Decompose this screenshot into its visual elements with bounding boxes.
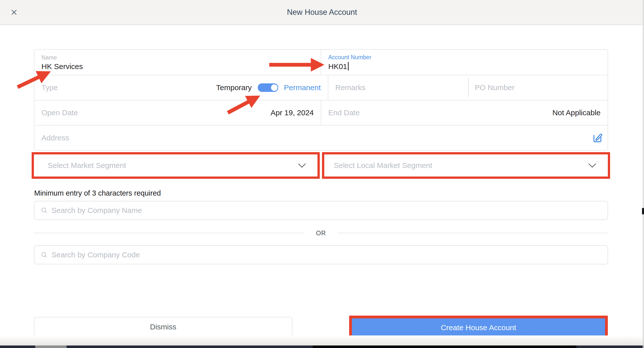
form-row-4: Address — [34, 125, 608, 150]
local-market-segment-placeholder: Select Local Market Segment — [334, 161, 432, 170]
form-row-1: Name HK Services Account Number HK01 — [34, 50, 608, 75]
account-number-label: Account Number — [328, 54, 371, 60]
scrollbar-thumb[interactable] — [642, 208, 644, 214]
type-field: Type Temporary Permanent — [34, 75, 328, 100]
search-icon — [40, 251, 48, 259]
company-name-input[interactable] — [51, 206, 602, 215]
address-label: Address — [41, 134, 69, 142]
new-house-account-modal: New House Account Name HK Services Accou… — [0, 0, 644, 348]
po-number-field[interactable] — [468, 78, 608, 97]
dismiss-button[interactable]: Dismiss — [34, 317, 292, 337]
toggle-knob — [270, 84, 278, 92]
form-row-3: Open Date Apr 19, 2024 End Date Not Appl… — [34, 100, 608, 125]
page-title: New House Account — [287, 8, 357, 17]
market-segment-placeholder: Select Market Segment — [48, 161, 126, 170]
strip-segment — [35, 345, 67, 348]
create-button-highlight: Create House Account — [349, 316, 608, 340]
end-date-value: Not Applicable — [552, 108, 601, 117]
open-date-value: Apr 19, 2024 — [271, 108, 314, 117]
divider-line — [34, 233, 304, 233]
type-option-permanent[interactable]: Permanent — [284, 83, 321, 92]
name-label: Name — [41, 55, 57, 61]
company-code-input[interactable] — [51, 251, 602, 259]
open-date-label: Open Date — [41, 108, 78, 117]
market-segment-select[interactable]: Select Market Segment — [32, 152, 320, 179]
search-icon — [40, 207, 48, 214]
company-code-search[interactable] — [34, 245, 608, 264]
close-icon[interactable] — [9, 7, 19, 17]
company-name-search[interactable] — [34, 201, 608, 220]
remarks-input[interactable] — [335, 83, 461, 92]
or-label: OR — [316, 229, 326, 237]
name-field[interactable]: Name HK Services — [34, 50, 321, 75]
po-number-input[interactable] — [475, 83, 601, 92]
x-icon — [10, 9, 18, 16]
remarks-field[interactable] — [328, 83, 468, 92]
local-market-segment-select[interactable]: Select Local Market Segment — [322, 152, 610, 179]
address-field: Address — [34, 126, 608, 150]
form-row-2: Type Temporary Permanent — [34, 75, 608, 100]
edit-address-button[interactable] — [592, 132, 604, 144]
open-date-field[interactable]: Open Date Apr 19, 2024 — [34, 100, 321, 125]
chevron-down-icon — [298, 163, 306, 168]
end-date-field[interactable]: End Date Not Applicable — [321, 100, 608, 125]
account-number-field[interactable]: Account Number HK01 — [321, 50, 608, 75]
type-label: Type — [41, 83, 58, 92]
edit-icon — [592, 132, 603, 143]
min-entry-hint: Minimum entry of 3 characters required — [34, 189, 161, 197]
background-edge-strip — [0, 345, 644, 348]
type-toggle[interactable] — [258, 83, 278, 92]
account-number-value: HK01 — [328, 62, 349, 71]
end-date-label: End Date — [328, 108, 360, 117]
account-form: Name HK Services Account Number HK01 Typ… — [34, 49, 608, 151]
text-cursor — [348, 62, 349, 71]
create-house-account-button[interactable]: Create House Account — [352, 318, 605, 337]
divider-line — [338, 233, 608, 233]
chevron-down-icon — [588, 163, 597, 168]
strip-segment — [313, 345, 576, 348]
or-divider: OR — [34, 229, 608, 237]
remarks-po-cell — [328, 75, 608, 100]
name-value: HK Services — [41, 62, 83, 71]
modal-header: New House Account — [0, 0, 644, 25]
scrollbar-track[interactable] — [643, 0, 644, 348]
type-option-temporary[interactable]: Temporary — [216, 83, 252, 92]
